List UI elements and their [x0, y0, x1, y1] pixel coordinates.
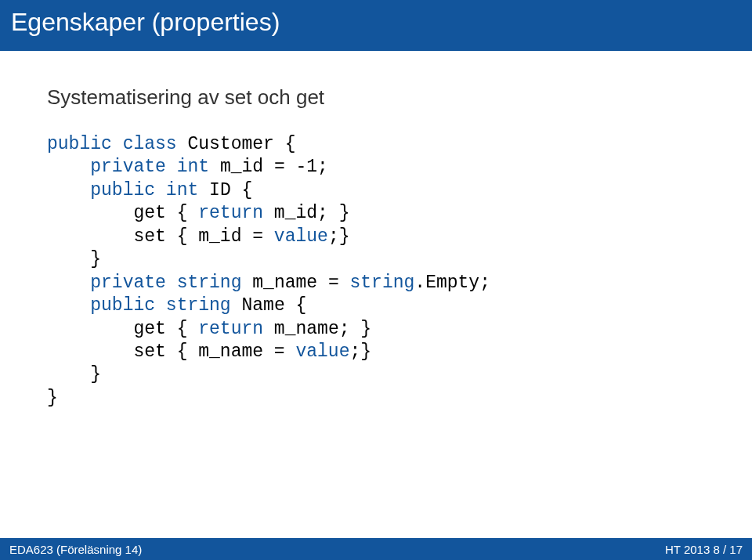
code-text: get {	[47, 319, 198, 339]
slide-title-bar: Egenskaper (properties)	[0, 0, 752, 51]
kw-int: int	[166, 180, 198, 201]
code-text: .Empty;	[414, 273, 490, 293]
slide-footer: EDA623 (Föreläsning 14) HT 2013 8 / 17	[0, 538, 752, 560]
kw-value: value	[274, 226, 328, 247]
kw-return: return	[198, 319, 263, 339]
kw-public: public	[90, 180, 155, 201]
code-text: m_name; }	[263, 319, 371, 339]
subtitle: Systematisering av set och get	[47, 85, 705, 110]
slide-title: Egenskaper (properties)	[11, 8, 280, 36]
kw-string: string	[166, 295, 231, 316]
code-text: set { m_id =	[47, 226, 274, 247]
code-block: public class Customer { private int m_id…	[47, 133, 705, 410]
kw-int: int	[177, 157, 209, 177]
code-text: m_id; }	[263, 203, 349, 223]
code-text: ID {	[198, 180, 252, 201]
kw-public: public	[90, 295, 155, 316]
footer-right: HT 2013 8 / 17	[665, 543, 743, 556]
code-text: m_name =	[241, 273, 349, 293]
code-text: m_id = -1;	[209, 157, 328, 177]
code-text: Customer {	[177, 134, 296, 154]
footer-left: EDA623 (Föreläsning 14)	[9, 543, 142, 556]
code-text: }	[47, 364, 101, 385]
kw-value: value	[295, 341, 349, 362]
kw-private: private	[90, 273, 166, 293]
kw-class: class	[123, 134, 177, 154]
code-text: ;}	[328, 226, 350, 247]
code-text: get {	[47, 203, 198, 223]
code-text: }	[47, 388, 58, 408]
slide-content: Systematisering av set och get public cl…	[0, 51, 752, 410]
kw-string: string	[350, 273, 415, 293]
kw-string: string	[177, 273, 242, 293]
kw-public: public	[47, 134, 112, 154]
kw-private: private	[90, 157, 166, 177]
code-text: set { m_name =	[47, 341, 295, 362]
code-text: ;}	[349, 341, 371, 362]
code-text: Name {	[231, 295, 307, 316]
code-text: }	[47, 249, 101, 269]
kw-return: return	[198, 203, 263, 223]
